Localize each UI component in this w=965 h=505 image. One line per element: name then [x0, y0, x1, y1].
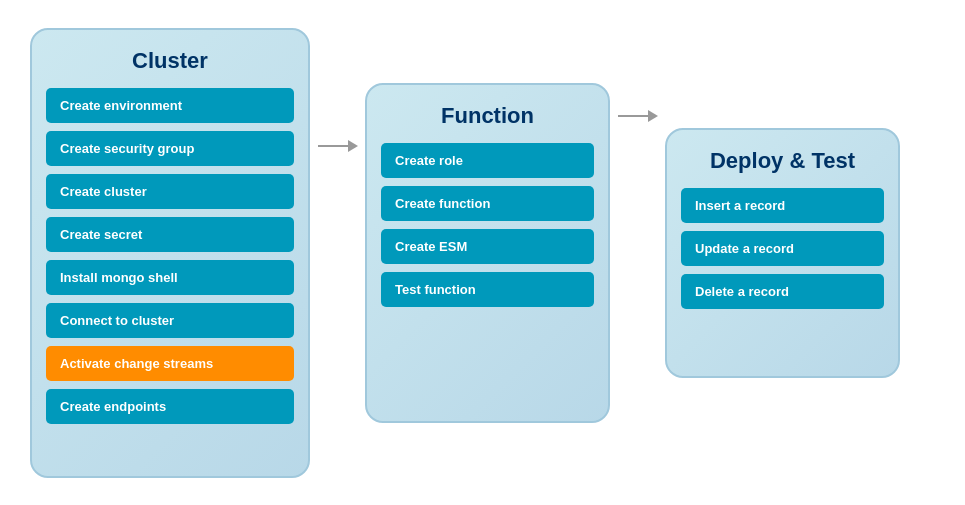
cluster-panel: Cluster Create environment Create securi…: [30, 28, 310, 478]
arrow-2: [618, 110, 658, 122]
deploy-panel: Deploy & Test Insert a record Update a r…: [665, 128, 900, 378]
diagram: Cluster Create environment Create securi…: [0, 0, 965, 505]
arrow-head-2: [648, 110, 658, 122]
deploy-title: Deploy & Test: [710, 148, 855, 174]
item-create-environment[interactable]: Create environment: [46, 88, 294, 123]
arrow-line-1: [318, 145, 348, 147]
cluster-items-list: Create environment Create security group…: [46, 88, 294, 424]
cluster-title: Cluster: [132, 48, 208, 74]
item-create-role[interactable]: Create role: [381, 143, 594, 178]
item-insert-record[interactable]: Insert a record: [681, 188, 884, 223]
arrow-1: [318, 140, 358, 152]
item-update-record[interactable]: Update a record: [681, 231, 884, 266]
function-title: Function: [441, 103, 534, 129]
arrow-function-to-deploy: [610, 110, 665, 122]
function-items-list: Create role Create function Create ESM T…: [381, 143, 594, 307]
item-create-security-group[interactable]: Create security group: [46, 131, 294, 166]
item-create-secret[interactable]: Create secret: [46, 217, 294, 252]
item-create-function[interactable]: Create function: [381, 186, 594, 221]
item-connect-to-cluster[interactable]: Connect to cluster: [46, 303, 294, 338]
arrow-cluster-to-function: [310, 140, 365, 152]
item-test-function[interactable]: Test function: [381, 272, 594, 307]
item-create-endpoints[interactable]: Create endpoints: [46, 389, 294, 424]
item-create-cluster[interactable]: Create cluster: [46, 174, 294, 209]
item-activate-change-streams[interactable]: Activate change streams: [46, 346, 294, 381]
item-delete-record[interactable]: Delete a record: [681, 274, 884, 309]
item-create-esm[interactable]: Create ESM: [381, 229, 594, 264]
arrow-head-1: [348, 140, 358, 152]
item-install-mongo-shell[interactable]: Install mongo shell: [46, 260, 294, 295]
deploy-items-list: Insert a record Update a record Delete a…: [681, 188, 884, 309]
arrow-line-2: [618, 115, 648, 117]
function-panel: Function Create role Create function Cre…: [365, 83, 610, 423]
